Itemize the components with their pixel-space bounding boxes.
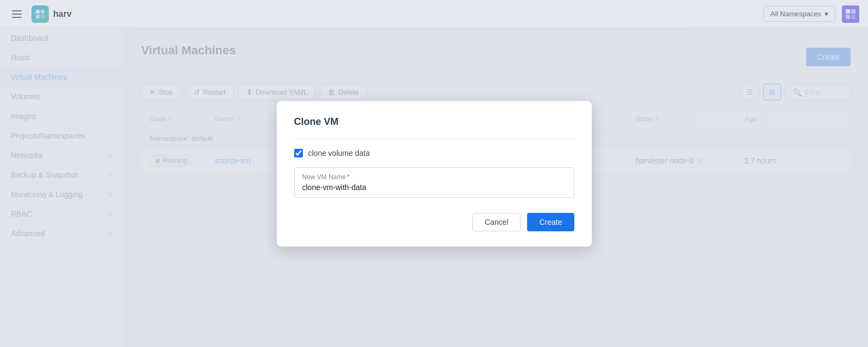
main-layout: Dashboard Hosts Virtual Machines Volumes… [0, 28, 868, 347]
field-label: New VM Name* [302, 173, 566, 181]
modal-title: Clone VM [294, 116, 574, 128]
modal-create-button[interactable]: Create [527, 213, 574, 231]
clone-volume-row: clone volume data [294, 149, 574, 157]
modal-footer: Cancel Create [294, 213, 574, 231]
clone-vm-modal: Clone VM clone volume data New VM Name* … [277, 101, 592, 247]
modal-overlay: Clone VM clone volume data New VM Name* … [124, 28, 868, 347]
field-value[interactable]: clone-vm-with-data [302, 183, 566, 192]
cancel-button[interactable]: Cancel [472, 213, 521, 231]
app-shell: harv All Namespaces ▾ Dashboard [0, 0, 868, 347]
required-star: * [347, 173, 350, 181]
clone-volume-checkbox[interactable] [294, 149, 303, 157]
modal-divider [294, 138, 574, 139]
main-content: Virtual Machines Create ✕ Stop ↺ Restart… [124, 28, 868, 347]
clone-volume-label: clone volume data [308, 149, 370, 157]
new-vm-name-field: New VM Name* clone-vm-with-data [294, 167, 574, 198]
